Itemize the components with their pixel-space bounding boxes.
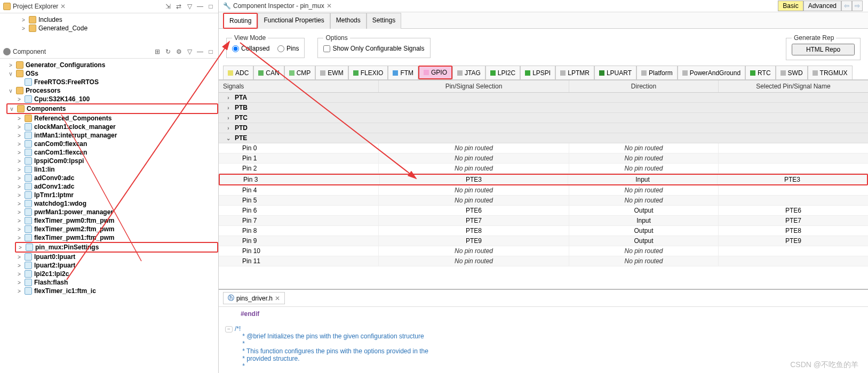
port-row[interactable]: ⌄PTE: [219, 133, 868, 143]
tree-item[interactable]: >clockMan1:clock_manager: [15, 123, 218, 131]
code-file-tab[interactable]: ⓗ pins_driver.h ✕: [223, 292, 285, 304]
subtab-methods[interactable]: Methods: [330, 13, 367, 29]
filter-jtag[interactable]: JTAG: [452, 66, 485, 79]
tree-item[interactable]: >lpuart2:lpuart: [15, 261, 218, 270]
pin-row[interactable]: Pin 6PTE6OutputPTE6: [219, 206, 868, 216]
project-explorer-tree[interactable]: >Includes>Generated_Code: [0, 13, 218, 45]
max-icon[interactable]: □: [206, 47, 215, 56]
tree-item[interactable]: >Flash:flash: [15, 278, 218, 287]
pin-row[interactable]: Pin 8PTE8OutputPTE8: [219, 226, 868, 236]
pin-row[interactable]: Pin 9PTE9OutputPTE9: [219, 236, 868, 246]
mode-advanced[interactable]: Advanced: [803, 1, 841, 11]
tree-item[interactable]: >lpi2c1:lpi2c: [15, 270, 218, 278]
port-row[interactable]: ›PTB: [219, 103, 868, 113]
filter-rtc[interactable]: RTC: [745, 66, 775, 79]
collapse-all-icon[interactable]: ⇲: [164, 2, 172, 11]
filter-can[interactable]: CAN: [253, 66, 284, 79]
menu-icon[interactable]: ▽: [185, 2, 194, 11]
filter-swd[interactable]: SWD: [776, 66, 808, 79]
filter-gpio[interactable]: GPIO: [418, 66, 452, 79]
close-icon[interactable]: ✕: [275, 295, 280, 302]
subtab-functional-properties[interactable]: Functional Properties: [258, 13, 330, 29]
tree-item[interactable]: vComponents: [6, 103, 218, 114]
tree-item[interactable]: >pin_mux:PinSettings: [15, 242, 218, 253]
tree-item[interactable]: >canCom1:flexcan: [15, 148, 218, 157]
tree-item[interactable]: >adConv0:adc: [15, 174, 218, 182]
mode-basic[interactable]: Basic: [778, 1, 803, 11]
pin-row[interactable]: Pin 11No pin routedNo pin routed: [219, 256, 868, 266]
filter-trgmux[interactable]: TRGMUX: [808, 66, 853, 79]
generate-legend: Generate Rep: [792, 34, 836, 42]
subtab-routing[interactable]: Routing: [223, 13, 258, 29]
nav-back-icon[interactable]: ⇦: [841, 1, 852, 11]
pin-grid[interactable]: Signals Pin/Signal Selection Direction S…: [219, 80, 868, 289]
inspector-subtabs[interactable]: RoutingFunctional PropertiesMethodsSetti…: [219, 12, 868, 29]
menu-icon[interactable]: ▽: [185, 47, 194, 56]
tree-item[interactable]: vOSs: [6, 69, 218, 78]
components-tree[interactable]: >Generator_ConfigurationsvOSsFreeRTOS:Fr…: [0, 59, 218, 373]
radio-collapsed[interactable]: [232, 45, 239, 52]
filter-ewm[interactable]: EWM: [315, 66, 348, 79]
peripheral-filter-tabs[interactable]: ADCCANCMPEWMFLEXIOFTMGPIOJTAGLPI2CLPSPIL…: [219, 66, 868, 80]
tree-item[interactable]: vProcessors: [6, 86, 218, 95]
min-icon[interactable]: —: [196, 2, 204, 11]
pin-row[interactable]: Pin 1No pin routedNo pin routed: [219, 153, 868, 164]
pin-row[interactable]: Pin 4No pin routedNo pin routed: [219, 185, 868, 196]
tree-item[interactable]: >lpTmr1:lptmr: [15, 191, 218, 199]
tree-item[interactable]: >lin1:lin: [15, 165, 218, 174]
tree-item[interactable]: >Includes: [19, 15, 218, 24]
pin-row[interactable]: Pin 3PTE3InputPTE3: [219, 174, 868, 185]
tree-item[interactable]: >Generated_Code: [19, 24, 218, 33]
tree-item[interactable]: >intMan1:interrupt_manager: [15, 131, 218, 140]
tree-item[interactable]: >Cpu:S32K146_100: [15, 95, 218, 103]
pin-row[interactable]: Pin 10No pin routedNo pin routed: [219, 246, 868, 256]
filter-icon[interactable]: ⊞: [153, 47, 162, 56]
pin-row[interactable]: Pin 0No pin routedNo pin routed: [219, 143, 868, 153]
pin-row[interactable]: Pin 5No pin routedNo pin routed: [219, 196, 868, 206]
filter-lpi2c[interactable]: LPI2C: [485, 66, 520, 79]
port-row[interactable]: ›PTD: [219, 123, 868, 133]
components-title: Component: [13, 48, 46, 55]
port-row[interactable]: ›PTC: [219, 113, 868, 123]
filter-adc[interactable]: ADC: [223, 66, 253, 79]
filter-ftm[interactable]: FTM: [388, 66, 418, 79]
filter-powerandground[interactable]: PowerAndGround: [678, 66, 745, 79]
filter-flexio[interactable]: FLEXIO: [348, 66, 388, 79]
html-report-button[interactable]: HTML Repo: [792, 44, 855, 55]
tree-item[interactable]: >Referenced_Components: [15, 114, 218, 123]
pin-row[interactable]: Pin 7PTE7InputPTE7: [219, 216, 868, 226]
tree-item[interactable]: >flexTimer_pwm1:ftm_pwm: [15, 233, 218, 242]
code-view: ⓗ pins_driver.h ✕ #endif −/*! * @brief I…: [219, 289, 868, 373]
tree-item[interactable]: >flexTimer_pwm2:ftm_pwm: [15, 225, 218, 233]
radio-pins[interactable]: [277, 45, 284, 52]
tree-item[interactable]: >watchdog1:wdog: [15, 199, 218, 208]
nav-fwd-icon[interactable]: ⇨: [852, 1, 863, 11]
close-icon[interactable]: ✕: [60, 3, 66, 10]
tree-item[interactable]: >flexTimer_pwm0:ftm_pwm: [15, 216, 218, 225]
code-body[interactable]: #endif −/*! * @brief Initializes the pin…: [219, 307, 868, 373]
tree-item[interactable]: >pwrMan1:power_manager: [15, 208, 218, 216]
filter-lptmr[interactable]: LPTMR: [555, 66, 594, 79]
port-row[interactable]: ›PTA: [219, 93, 868, 103]
filter-lpuart[interactable]: LPUART: [594, 66, 636, 79]
filter-cmp[interactable]: CMP: [284, 66, 316, 79]
link-icon[interactable]: ⇄: [174, 2, 183, 11]
pin-row[interactable]: Pin 2No pin routedNo pin routed: [219, 164, 868, 174]
tree-item[interactable]: >canCom0:flexcan: [15, 140, 218, 148]
filter-platform[interactable]: Platform: [636, 66, 678, 79]
tree-item[interactable]: >Generator_Configurations: [6, 61, 218, 69]
min-icon[interactable]: —: [196, 47, 204, 56]
tree-item[interactable]: FreeRTOS:FreeRTOS: [15, 78, 218, 86]
close-icon[interactable]: ✕: [327, 2, 332, 10]
tree-item[interactable]: >lpuart0:lpuart: [15, 253, 218, 261]
tree-item[interactable]: >flexTimer_ic1:ftm_ic: [15, 287, 218, 295]
tree-item[interactable]: >lpspiCom0:lpspi: [15, 157, 218, 165]
chk-show-only[interactable]: [323, 45, 330, 52]
components-header: Component ⊞ ↻ ⚙ ▽ — □: [0, 45, 218, 59]
filter-lpspi[interactable]: LPSPI: [520, 66, 555, 79]
max-icon[interactable]: □: [206, 2, 215, 11]
settings-icon[interactable]: ⚙: [174, 47, 183, 56]
refresh-icon[interactable]: ↻: [164, 47, 172, 56]
tree-item[interactable]: >adConv1:adc: [15, 182, 218, 191]
subtab-settings[interactable]: Settings: [367, 13, 401, 29]
